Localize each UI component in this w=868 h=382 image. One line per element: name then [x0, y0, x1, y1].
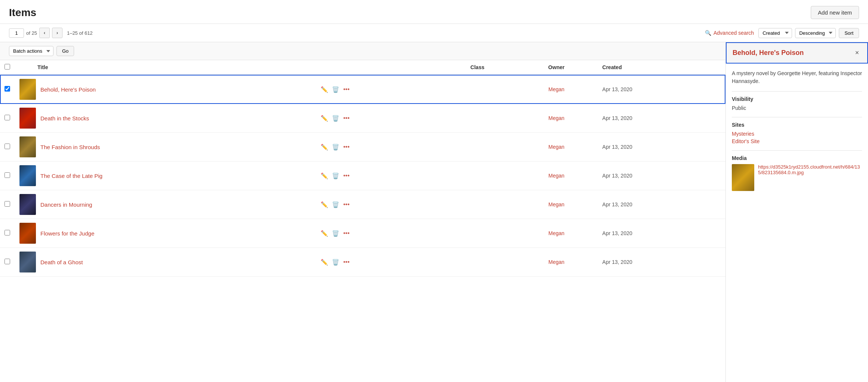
cover-text — [19, 165, 36, 167]
prev-page-button[interactable]: ‹ — [39, 28, 50, 38]
book-cover-4 — [19, 194, 36, 215]
row-title-cell: Flowers for the Judge — [15, 219, 316, 248]
more-icon-2[interactable]: ••• — [343, 144, 349, 150]
detail-title: Behold, Here's Poison — [733, 49, 804, 57]
edit-icon-1[interactable]: ✏️ — [321, 115, 328, 122]
delete-icon-3[interactable]: 🗑️ — [332, 172, 339, 179]
item-title-link-0[interactable]: Behold, Here's Poison — [40, 86, 96, 93]
more-icon-4[interactable]: ••• — [343, 201, 349, 208]
row-checkbox-5[interactable] — [4, 230, 10, 235]
action-icons: ✏️ 🗑️ ••• — [321, 86, 435, 93]
row-checkbox-4[interactable] — [4, 201, 10, 207]
row-checkbox-cell — [0, 248, 15, 277]
media-label: Media — [732, 155, 862, 161]
book-cover-5 — [19, 223, 36, 244]
page-header: Items Add new item — [0, 0, 868, 24]
row-actions-cell: ✏️ 🗑️ ••• — [316, 75, 440, 104]
row-checkbox-2[interactable] — [4, 144, 10, 149]
row-created-cell: Apr 13, 2020 — [598, 133, 725, 161]
delete-icon-5[interactable]: 🗑️ — [332, 230, 339, 237]
delete-icon-4[interactable]: 🗑️ — [332, 201, 339, 208]
edit-icon-2[interactable]: ✏️ — [321, 144, 328, 151]
item-title-link-3[interactable]: The Case of the Late Pig — [40, 173, 103, 179]
row-checkbox-cell — [0, 75, 15, 104]
cover-text — [19, 108, 36, 110]
visibility-section: Visibility Public — [732, 96, 862, 111]
page-number-input[interactable]: 1 — [9, 28, 24, 38]
th-actions — [316, 60, 440, 75]
row-checkbox-cell — [0, 133, 15, 161]
edit-icon-6[interactable]: ✏️ — [321, 259, 328, 266]
row-checkbox-0[interactable] — [4, 86, 10, 92]
cover-text — [19, 79, 36, 81]
row-checkbox-1[interactable] — [4, 115, 10, 120]
book-cover-3 — [19, 165, 36, 186]
edit-icon-3[interactable]: ✏️ — [321, 172, 328, 179]
next-page-button[interactable]: › — [52, 28, 62, 38]
action-icons: ✏️ 🗑️ ••• — [321, 259, 435, 266]
row-class-cell — [440, 133, 515, 161]
sort-field-select[interactable]: Created Title Owner Updated — [758, 28, 792, 38]
more-icon-6[interactable]: ••• — [343, 259, 349, 265]
book-cover-6 — [19, 252, 36, 272]
table-row: The Case of the Late Pig ✏️ 🗑️ ••• Megan… — [0, 161, 725, 190]
table-row: Behold, Here's Poison ✏️ 🗑️ ••• Megan Ap… — [0, 75, 725, 104]
row-actions-cell: ✏️ 🗑️ ••• — [316, 219, 440, 248]
title-cell: Flowers for the Judge — [19, 223, 312, 244]
cover-text — [19, 194, 36, 196]
detail-description: A mystery novel by Georgette Heyer, feat… — [732, 70, 862, 85]
sort-order-select[interactable]: Descending Ascending — [795, 28, 836, 38]
site-link-editors[interactable]: Editor's Site — [732, 138, 862, 144]
delete-icon-1[interactable]: 🗑️ — [332, 115, 339, 122]
more-icon-3[interactable]: ••• — [343, 172, 349, 179]
title-cell: Behold, Here's Poison — [19, 79, 312, 100]
item-title-link-4[interactable]: Dancers in Mourning — [40, 201, 92, 208]
cover-text — [19, 223, 36, 225]
search-icon: 🔍 — [705, 30, 711, 36]
table-row: The Fashion in Shrouds ✏️ 🗑️ ••• Megan A… — [0, 133, 725, 161]
delete-icon-2[interactable]: 🗑️ — [332, 144, 339, 151]
row-title-cell: The Case of the Late Pig — [15, 161, 316, 190]
advanced-search-link[interactable]: 🔍 Advanced search — [705, 30, 754, 36]
table-row: Death in the Stocks ✏️ 🗑️ ••• Megan Apr … — [0, 104, 725, 133]
sort-button[interactable]: Sort — [839, 28, 859, 38]
action-icons: ✏️ 🗑️ ••• — [321, 144, 435, 151]
pagination-controls: 1 of 25 ‹ › 1–25 of 612 — [9, 28, 93, 38]
edit-icon-5[interactable]: ✏️ — [321, 230, 328, 237]
batch-go-button[interactable]: Go — [56, 46, 74, 56]
detail-panel: Behold, Here's Poison × A mystery novel … — [726, 42, 868, 382]
item-title-link-2[interactable]: The Fashion in Shrouds — [40, 144, 100, 150]
item-title-link-6[interactable]: Death of a Ghost — [40, 259, 83, 265]
batch-actions-select[interactable]: Batch actions — [9, 46, 54, 56]
row-actions-cell: ✏️ 🗑️ ••• — [316, 248, 440, 277]
title-cell: The Case of the Late Pig — [19, 165, 312, 186]
item-count-label: 1–25 of 612 — [67, 30, 93, 36]
edit-icon-0[interactable]: ✏️ — [321, 86, 328, 93]
title-cell: Death in the Stocks — [19, 108, 312, 129]
row-checkbox-6[interactable] — [4, 259, 10, 264]
site-link-mysteries[interactable]: Mysteries — [732, 131, 862, 137]
row-owner-cell: Megan — [515, 104, 598, 133]
more-icon-0[interactable]: ••• — [343, 86, 349, 93]
toolbar: 1 of 25 ‹ › 1–25 of 612 🔍 Advanced searc… — [0, 24, 868, 42]
more-icon-1[interactable]: ••• — [343, 115, 349, 121]
media-link[interactable]: https://d3525k1ryd2155.cloudfront.net/h/… — [758, 164, 862, 175]
row-owner-cell: Megan — [515, 219, 598, 248]
detail-close-button[interactable]: × — [853, 48, 861, 58]
action-icons: ✏️ 🗑️ ••• — [321, 230, 435, 237]
add-new-item-button[interactable]: Add new item — [811, 6, 859, 19]
detail-body: A mystery novel by Georgette Heyer, feat… — [726, 64, 868, 203]
page-container: Items Add new item 1 of 25 ‹ › 1–25 of 6… — [0, 0, 868, 382]
row-owner-cell: Megan — [515, 133, 598, 161]
item-title-link-1[interactable]: Death in the Stocks — [40, 115, 89, 121]
select-all-checkbox[interactable] — [4, 64, 10, 70]
delete-icon-6[interactable]: 🗑️ — [332, 259, 339, 266]
row-checkbox-3[interactable] — [4, 172, 10, 178]
th-class: Class — [440, 60, 515, 75]
items-table: Title Class Owner Created Beh — [0, 60, 725, 277]
more-icon-5[interactable]: ••• — [343, 230, 349, 237]
delete-icon-0[interactable]: 🗑️ — [332, 86, 339, 93]
page-title: Items — [9, 7, 36, 19]
edit-icon-4[interactable]: ✏️ — [321, 201, 328, 208]
item-title-link-5[interactable]: Flowers for the Judge — [40, 230, 94, 237]
